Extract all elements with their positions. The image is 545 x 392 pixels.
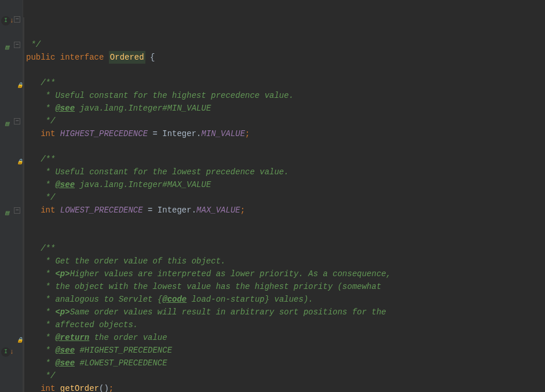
code-line[interactable]: */: [26, 38, 545, 51]
token-doc: /**: [26, 153, 55, 166]
token-doc: java.lang.Integer: [75, 178, 162, 191]
code-line[interactable]: * the object with the lowest value has t…: [26, 280, 545, 293]
javadoc-gutter-icon[interactable]: ▤: [1, 207, 13, 219]
token-method: getOrder: [60, 382, 99, 392]
code-line[interactable]: int HIGHEST_PRECEDENCE = Integer.MIN_VAL…: [26, 127, 545, 140]
token-doc: */: [26, 115, 55, 127]
token-doc: * Useful constant for the highest preced…: [26, 89, 294, 102]
token-doc: */: [26, 191, 55, 204]
token-doc: *: [26, 268, 55, 280]
token-doc: #HIGHEST_PRECEDENCE: [75, 344, 172, 357]
token-normal: = Integer.: [148, 127, 201, 140]
code-line[interactable]: /**: [26, 153, 545, 166]
token-doc-tag: @see: [55, 102, 75, 115]
code-line[interactable]: int getOrder();: [26, 382, 545, 392]
code-line[interactable]: [26, 217, 545, 229]
token-normal: [26, 204, 41, 217]
token-doc: */: [26, 369, 55, 382]
code-line[interactable]: * Get the order value of this object.: [26, 255, 545, 268]
token-doc: */: [26, 38, 41, 51]
code-line[interactable]: /**: [26, 242, 545, 255]
token-normal: [26, 382, 41, 392]
token-paren: (): [99, 382, 109, 392]
code-editor[interactable]: I−▤−🔒▤−🔒▤−🔒I */public interface Ordered …: [0, 0, 545, 392]
code-line[interactable]: * analogous to Servlet {@code load-on-st…: [26, 293, 545, 306]
token-doc-tag-nolink: <p>: [55, 268, 70, 280]
token-doc: java.lang.Integer: [75, 102, 162, 115]
token-doc: /**: [26, 242, 55, 255]
fold-icon[interactable]: −: [14, 16, 20, 23]
code-line[interactable]: * @see #LOWEST_PRECEDENCE: [26, 357, 545, 369]
code-line[interactable]: [26, 140, 545, 153]
token-class-name: Ordered: [109, 51, 145, 64]
token-doc: * Useful constant for the lowest precede…: [26, 166, 289, 178]
token-doc: #LOWEST_PRECEDENCE: [75, 357, 167, 369]
token-doc: * Get the order value of this object.: [26, 255, 225, 268]
code-block-border: [23, 17, 24, 392]
token-semi: ;: [109, 382, 114, 392]
code-line[interactable]: * Useful constant for the lowest precede…: [26, 166, 545, 178]
token-doc: * the object with the lowest value has t…: [26, 280, 381, 293]
implementations-icon[interactable]: I: [1, 347, 10, 357]
fold-icon[interactable]: −: [14, 207, 20, 214]
token-doc: Higher values are interpreted as lower p…: [70, 268, 392, 280]
code-line[interactable]: [26, 64, 545, 76]
token-normal: [26, 127, 41, 140]
token-doc-tag: @see: [55, 178, 75, 191]
token-interface-kw: interface: [60, 51, 109, 64]
token-static-field: LOWEST_PRECEDENCE: [60, 204, 143, 217]
code-line[interactable]: [26, 229, 545, 242]
code-line[interactable]: * @return the order value: [26, 331, 545, 344]
code-line[interactable]: * <p>Same order values will result in ar…: [26, 306, 545, 318]
token-doc: * analogous to Servlet {: [26, 293, 162, 306]
token-doc: Same order values will result in arbitra…: [70, 306, 386, 318]
code-line[interactable]: /**: [26, 76, 545, 89]
token-doc: the order value: [89, 331, 167, 344]
code-line[interactable]: * Useful constant for the highest preced…: [26, 89, 545, 102]
token-kw: int: [41, 382, 60, 392]
code-line[interactable]: int LOWEST_PRECEDENCE = Integer.MAX_VALU…: [26, 204, 545, 217]
implementations-icon[interactable]: I: [1, 16, 10, 25]
token-doc: /**: [26, 76, 55, 89]
code-line[interactable]: * @see java.lang.Integer#MIN_VALUE: [26, 102, 545, 115]
code-line[interactable]: */: [26, 369, 545, 382]
code-line[interactable]: * @see java.lang.Integer#MAX_VALUE: [26, 178, 545, 191]
token-doc: load-on-startup} values).: [186, 293, 313, 306]
code-line[interactable]: * affected objects.: [26, 318, 545, 331]
gutter: I−▤−🔒▤−🔒▤−🔒I: [0, 0, 23, 392]
token-doc-tag: @return: [55, 331, 89, 344]
token-kw: int: [41, 127, 60, 140]
token-doc: *: [26, 306, 55, 318]
token-semi: ;: [240, 204, 245, 217]
code-line[interactable]: */: [26, 115, 545, 127]
code-line[interactable]: * @see #HIGHEST_PRECEDENCE: [26, 344, 545, 357]
token-doc: #MIN_VALUE: [162, 102, 211, 115]
javadoc-gutter-icon[interactable]: ▤: [1, 42, 13, 53]
token-doc: *: [26, 178, 55, 191]
token-doc-tag-nolink: <p>: [55, 306, 70, 318]
code-area[interactable]: */public interface Ordered { /** * Usefu…: [23, 0, 545, 392]
token-doc: *: [26, 331, 55, 344]
token-doc-tag: @see: [55, 357, 75, 369]
token-doc: *: [26, 344, 55, 357]
token-static-field: MAX_VALUE: [196, 204, 240, 217]
token-normal: = Integer.: [143, 204, 196, 217]
token-doc-tag: @see: [55, 344, 75, 357]
token-doc: * affected objects.: [26, 318, 138, 331]
javadoc-gutter-icon[interactable]: ▤: [1, 118, 13, 130]
code-line[interactable]: */: [26, 191, 545, 204]
token-brace: {: [145, 51, 155, 64]
token-doc-tag: @code: [162, 293, 186, 306]
code-line[interactable]: public interface Ordered {: [26, 51, 545, 64]
fold-icon[interactable]: −: [14, 42, 20, 48]
token-static-field: MIN_VALUE: [201, 127, 245, 140]
token-kw: public: [26, 51, 60, 64]
token-semi: ;: [245, 127, 250, 140]
token-kw: int: [41, 204, 60, 217]
token-doc: *: [26, 102, 55, 115]
token-static-field: HIGHEST_PRECEDENCE: [60, 127, 148, 140]
token-doc: *: [26, 357, 55, 369]
code-line[interactable]: * <p>Higher values are interpreted as lo…: [26, 268, 545, 280]
token-doc: #MAX_VALUE: [162, 178, 211, 191]
fold-icon[interactable]: −: [14, 118, 20, 124]
